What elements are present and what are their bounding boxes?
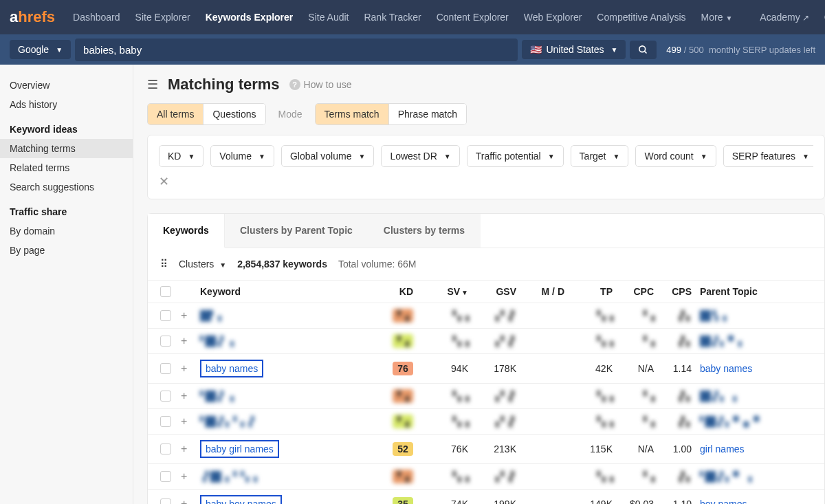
keyword-cell[interactable]: ▘██▗▘▖▝ ▖▗▘: [200, 416, 256, 427]
row-checkbox[interactable]: [160, 416, 171, 427]
sidebar-heading-traffic-share: Traffic share: [0, 197, 133, 221]
sidebar-related-terms[interactable]: Related terms: [0, 158, 133, 177]
nav-content-explorer[interactable]: Content Explorer: [430, 12, 516, 23]
nav-more-label: More: [701, 12, 723, 23]
expand-row[interactable]: +: [181, 470, 187, 482]
keyword-input[interactable]: [75, 39, 518, 61]
expand-row[interactable]: +: [181, 390, 187, 402]
filter-kd[interactable]: KD▼: [159, 145, 204, 167]
keyword-cell[interactable]: ▗▘██ ▖▝ ▘▖▗: [200, 471, 256, 482]
tab-clusters-parent[interactable]: Clusters by Parent Topic: [225, 214, 368, 248]
toggle-phrase-match[interactable]: Phrase match: [389, 104, 466, 124]
kd-badge: 76: [393, 362, 413, 375]
expand-row[interactable]: +: [181, 362, 187, 374]
parent-topic-link[interactable]: ▘██▗▘▖▝▘ ▗: [700, 471, 751, 482]
menu-icon[interactable]: ☰: [147, 77, 158, 92]
expand-row[interactable]: +: [181, 335, 187, 347]
select-all-checkbox[interactable]: [160, 286, 171, 297]
gsv-cell: ▖▘▗▘: [468, 391, 516, 402]
nav-keywords-explorer[interactable]: Keywords Explorer: [199, 12, 300, 23]
clear-filters[interactable]: ✕: [159, 174, 813, 189]
sidebar-matching-terms[interactable]: Matching terms: [0, 139, 133, 158]
col-keyword[interactable]: Keyword: [200, 286, 379, 297]
sidebar-ads-history[interactable]: Ads history: [0, 95, 133, 114]
table-row: +██▘▗▘▗▘▖▗▖▘▗▘▘▖▗▘▗▗▘▖██▝▖▗: [148, 303, 824, 328]
col-parent-topic[interactable]: Parent Topic: [692, 286, 825, 297]
toggle-all-terms[interactable]: All terms: [148, 104, 204, 124]
expand-row[interactable]: +: [181, 309, 187, 321]
keyword-cell[interactable]: ▘██▗▘ ▖: [200, 391, 236, 402]
gsv-cell: 213K: [468, 443, 516, 454]
keyword-count: 2,854,837 keywords: [237, 259, 327, 270]
parent-topic-link[interactable]: ▘██▗▘▖▝▘▗▖▝▘: [700, 416, 761, 427]
nav-credits[interactable]: C: [817, 12, 825, 23]
row-checkbox[interactable]: [160, 498, 171, 504]
filter-global-volume[interactable]: Global volume▼: [281, 145, 374, 167]
clusters-dropdown[interactable]: Clusters ▼: [179, 259, 226, 270]
expand-row[interactable]: +: [181, 498, 187, 504]
expand-row[interactable]: +: [181, 415, 187, 427]
expand-row[interactable]: +: [181, 443, 187, 454]
filter-traffic-potential[interactable]: Traffic potential▼: [467, 145, 564, 167]
sv-cell: ▘▖▗: [413, 391, 468, 402]
filter-serp-features[interactable]: SERP features▼: [723, 145, 813, 167]
row-checkbox[interactable]: [160, 363, 171, 374]
row-checkbox[interactable]: [160, 336, 171, 347]
chevron-down-icon: ▼: [56, 46, 63, 54]
engine-select[interactable]: Google▼: [10, 40, 71, 59]
nav-dashboard[interactable]: Dashboard: [66, 12, 127, 23]
col-cps[interactable]: CPS: [654, 286, 692, 297]
nav-academy[interactable]: Academy↗: [753, 12, 815, 23]
filter-target[interactable]: Target▼: [571, 145, 629, 167]
col-md[interactable]: M / D: [516, 286, 564, 297]
sidebar-by-page[interactable]: By page: [0, 241, 133, 260]
parent-topic-link[interactable]: baby names: [700, 363, 752, 374]
keyword-cell[interactable]: ██▘▗: [200, 310, 221, 321]
keyword-cell[interactable]: ▘██▗▘ ▖: [200, 336, 236, 347]
filter-word-count[interactable]: Word count▼: [635, 145, 716, 167]
toggle-terms-match[interactable]: Terms match: [316, 104, 389, 124]
parent-topic-link[interactable]: ██▝▖▗: [700, 310, 725, 321]
toggle-questions[interactable]: Questions: [204, 104, 265, 124]
keyword-cell[interactable]: baby boy names: [200, 495, 282, 504]
nav-competitive-analysis[interactable]: Competitive Analysis: [590, 12, 692, 23]
row-checkbox[interactable]: [160, 443, 171, 454]
results-card: Keywords Clusters by Parent Topic Cluste…: [147, 213, 825, 504]
nav-site-audit[interactable]: Site Audit: [301, 12, 355, 23]
col-gsv[interactable]: GSV: [468, 286, 516, 297]
nav-web-explorer[interactable]: Web Explorer: [517, 12, 589, 23]
logo[interactable]: ahrefs: [10, 8, 55, 26]
keyword-cell[interactable]: baby girl names: [200, 440, 279, 458]
filter-volume[interactable]: Volume▼: [210, 145, 274, 167]
col-tp[interactable]: TP: [564, 286, 613, 297]
row-checkbox[interactable]: [160, 310, 171, 321]
parent-topic-link[interactable]: boy names: [700, 498, 747, 504]
country-select[interactable]: 🇺🇸 United States ▼: [522, 40, 626, 59]
nav-site-explorer[interactable]: Site Explorer: [129, 12, 197, 23]
tab-keywords[interactable]: Keywords: [148, 214, 225, 248]
row-checkbox[interactable]: [160, 391, 171, 402]
sidebar-by-domain[interactable]: By domain: [0, 221, 133, 241]
filter-lowest-dr[interactable]: Lowest DR▼: [381, 145, 459, 167]
col-sv-label: SV: [447, 286, 460, 297]
how-to-use[interactable]: ? How to use: [289, 79, 352, 90]
keyword-cell[interactable]: baby names: [200, 360, 263, 377]
tp-cell: 149K: [564, 498, 613, 504]
col-cpc[interactable]: CPC: [613, 286, 654, 297]
row-checkbox[interactable]: [160, 471, 171, 482]
nav-rank-tracker[interactable]: Rank Tracker: [357, 12, 428, 23]
tab-clusters-terms[interactable]: Clusters by terms: [368, 214, 481, 248]
chevron-down-icon: ▼: [725, 14, 732, 22]
parent-topic-link[interactable]: ██▗▘▖ ▗: [700, 391, 736, 402]
sidebar-search-suggestions[interactable]: Search suggestions: [0, 177, 133, 197]
col-sv[interactable]: SV▼: [413, 286, 468, 297]
page-title: Matching terms: [168, 76, 280, 94]
sidebar-overview[interactable]: Overview: [0, 76, 133, 95]
cps-cell: ▗▘▖: [654, 310, 692, 321]
nav-more[interactable]: More▼: [694, 12, 740, 23]
parent-topic-link[interactable]: ██▗▘▖▝▘▗: [700, 336, 740, 347]
sv-cell: ▘▖▗: [413, 416, 468, 427]
parent-topic-link[interactable]: girl names: [700, 443, 745, 454]
col-kd[interactable]: KD: [379, 286, 413, 297]
search-button[interactable]: [630, 41, 657, 59]
